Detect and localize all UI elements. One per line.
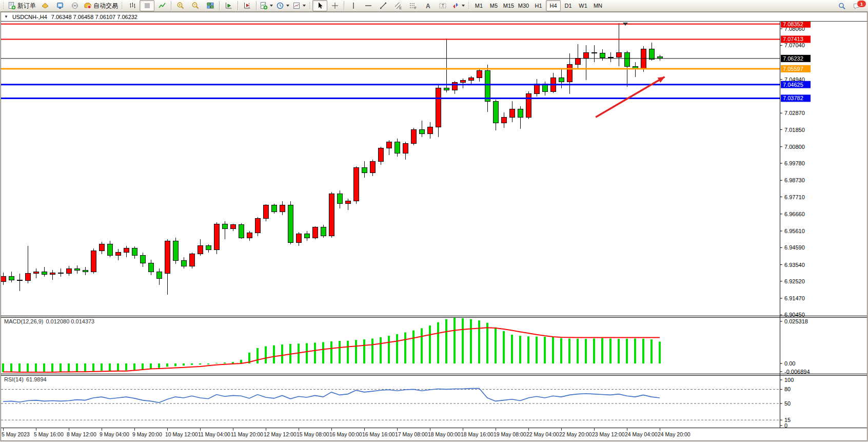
search-button[interactable]: [834, 1, 849, 12]
autotrading-button[interactable]: 自动交易: [82, 0, 120, 11]
timeframe-d1[interactable]: D1: [561, 0, 576, 11]
dropdown-caret-icon[interactable]: [286, 5, 289, 7]
rsi-indicator-label: RSI(14)61.9894: [4, 376, 47, 382]
chart-title-ohlc: 7.06348 7.06458 7.06107 7.06232: [51, 14, 137, 20]
timeframe-h4-label: H4: [549, 3, 557, 9]
price-chart-svg[interactable]: 7.080607.070407.049407.028707.018507.008…: [1, 22, 867, 440]
macd-panel[interactable]: [1, 318, 780, 374]
price-axis[interactable]: [780, 22, 867, 428]
timeframe-m1[interactable]: M1: [471, 0, 486, 11]
vertical-line-icon: [349, 2, 358, 10]
timeframe-h4[interactable]: H4: [546, 0, 561, 11]
toolbar-drag-handle[interactable]: [468, 2, 470, 10]
dropdown-caret-icon[interactable]: [462, 5, 465, 7]
toolbar-separator: [238, 1, 238, 10]
toolbar-separator: [219, 1, 220, 10]
notification-badge: 1: [857, 0, 866, 8]
macd-indicator-label: MACD(12,26,9)0.012080 0.014373: [4, 318, 94, 324]
chart-shift-icon: [243, 2, 251, 10]
toolbar-drag-handle[interactable]: [3, 2, 5, 10]
toolbar-drag-handle[interactable]: [121, 2, 123, 10]
line-chart-button[interactable]: [154, 0, 169, 11]
text-label-icon: T: [439, 2, 447, 10]
bar-chart-button[interactable]: [125, 0, 140, 11]
svg-text:E: E: [399, 6, 402, 10]
zoom-out-icon: [191, 2, 200, 10]
timeframe-d1-label: D1: [564, 3, 571, 9]
timeframe-h1-label: H1: [535, 3, 542, 9]
indicators-icon: [260, 2, 268, 10]
tile-windows-icon: [206, 2, 214, 10]
horizontal-line-button[interactable]: [361, 0, 376, 11]
zoom-out-button[interactable]: [188, 0, 203, 11]
cursor-icon: [316, 2, 324, 10]
templates-button[interactable]: [291, 0, 307, 11]
chat-button[interactable]: 1: [849, 1, 864, 12]
autotrading-icon: [84, 2, 92, 10]
timeframe-m5[interactable]: M5: [486, 0, 501, 11]
zoom-in-button[interactable]: [173, 0, 188, 11]
templates-icon: [292, 2, 301, 10]
dropdown-caret-icon[interactable]: [270, 5, 273, 7]
arrows-icon: [451, 2, 460, 10]
rsi-value: 61.9894: [26, 376, 47, 382]
timeframe-m30[interactable]: M30: [516, 0, 531, 11]
data-window-button[interactable]: [52, 0, 67, 11]
new-order-icon: [8, 2, 16, 10]
new-order-button[interactable]: 新订单: [6, 0, 37, 11]
chart-title-bar[interactable]: ▼ USDCNH-,H4 7.06348 7.06458 7.06107 7.0…: [1, 12, 867, 22]
arrows-button[interactable]: [450, 0, 466, 11]
timeframe-mn[interactable]: MN: [590, 0, 605, 11]
trendline-button[interactable]: [376, 0, 390, 11]
new-order-button-label: 新订单: [17, 2, 36, 10]
toolbar-right-group: 1: [834, 1, 864, 12]
timeframe-mn-label: MN: [594, 3, 602, 9]
strategy-signal-button[interactable]: [67, 0, 82, 11]
timeframe-w1-label: W1: [579, 3, 587, 9]
time-axis[interactable]: [1, 428, 867, 441]
dropdown-caret-icon[interactable]: [303, 5, 306, 7]
strategy-signal-icon: [71, 2, 79, 10]
fibonacci-button[interactable]: F: [405, 0, 420, 11]
data-window-icon: [56, 2, 64, 10]
chart-collapse-icon[interactable]: ▼: [4, 15, 8, 19]
zoom-in-icon: [176, 2, 185, 10]
trendline-icon: [379, 2, 387, 10]
toolbar-separator: [171, 1, 171, 10]
svg-text:T: T: [441, 3, 444, 8]
chart-shift-button[interactable]: [240, 0, 254, 11]
candlestick-chart-icon: [143, 2, 151, 10]
timeframe-m15[interactable]: M15: [501, 0, 516, 11]
toolbar-drag-handle[interactable]: [309, 2, 311, 10]
periods-button[interactable]: [274, 0, 291, 11]
cursor-button[interactable]: [312, 0, 327, 11]
text-button[interactable]: A: [420, 0, 435, 11]
chart-window: ▼ USDCNH-,H4 7.06348 7.06458 7.06107 7.0…: [1, 12, 867, 441]
toolbar-separator: [256, 1, 257, 10]
crosshair-button[interactable]: [327, 0, 342, 11]
chart-body: 7.080607.070407.049407.028707.018507.008…: [1, 22, 867, 440]
indicators-button[interactable]: [258, 0, 274, 11]
main-chart-plot-area[interactable]: [1, 22, 780, 316]
search-icon: [838, 2, 846, 10]
auto-scroll-button[interactable]: [221, 0, 236, 11]
svg-text:F: F: [415, 6, 417, 10]
market-watch-button[interactable]: [37, 0, 52, 11]
bar-chart-icon: [128, 2, 136, 10]
market-watch-icon: [41, 2, 49, 10]
rsi-name: RSI(14): [4, 376, 24, 382]
autotrading-button-label: 自动交易: [93, 2, 118, 10]
periods-icon: [276, 2, 284, 10]
timeframe-h1[interactable]: H1: [531, 0, 546, 11]
timeframe-w1[interactable]: W1: [576, 0, 590, 11]
crosshair-icon: [331, 2, 339, 10]
equidistant-channel-button[interactable]: E: [390, 0, 405, 11]
tile-windows-button[interactable]: [203, 0, 218, 11]
vertical-line-button[interactable]: [346, 0, 361, 11]
text-label-button[interactable]: T: [435, 0, 450, 11]
candlestick-chart-button[interactable]: [140, 0, 154, 11]
horizontal-line-icon: [364, 2, 372, 10]
toolbar-separator: [344, 1, 344, 10]
rsi-panel[interactable]: [1, 376, 780, 428]
fibonacci-icon: F: [409, 2, 417, 10]
